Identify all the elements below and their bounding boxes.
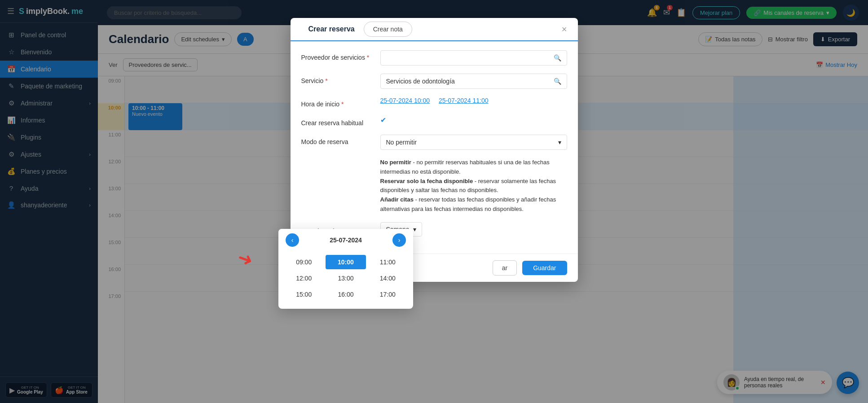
servicio-input[interactable]: Servicios de odontología 🔍 <box>380 74 567 89</box>
required-indicator-2: * <box>325 77 327 84</box>
reserva-habitual-checkbox[interactable]: ✔ <box>380 116 386 124</box>
checkmark-icon: ✔ <box>380 116 386 124</box>
time-option-0900[interactable]: 09:00 <box>284 255 324 269</box>
search-icon: 🔍 <box>554 54 561 61</box>
modal-body: Proveedor de servicios * 🔍 Servicio * Se… <box>291 41 578 254</box>
time-option-1300[interactable]: 13:00 <box>326 271 366 285</box>
hora-fin-link[interactable]: 25-07-2024 11:00 <box>439 97 489 104</box>
hora-inicio-link[interactable]: 25-07-2024 10:00 <box>380 97 430 104</box>
modal-tabs: Crear reserva Crear nota × <box>291 18 578 41</box>
modal-close-button[interactable]: × <box>560 24 569 35</box>
required-indicator-3: * <box>341 101 344 108</box>
modal-overlay[interactable]: Crear reserva Crear nota × Proveedor de … <box>0 0 868 403</box>
modo-reserva-label: Modo de reserva <box>301 135 373 145</box>
hora-inicio-label: Hora de inicio * <box>301 97 373 108</box>
proveedor-label: Proveedor de servicios * <box>301 50 373 61</box>
tab-crear-nota[interactable]: Crear nota <box>364 22 412 37</box>
time-picker-date: 25-07-2024 <box>330 237 362 244</box>
time-option-1000[interactable]: 10:00 <box>326 255 366 269</box>
reserva-habitual-label: Crear reserva habitual <box>301 116 373 127</box>
cancel-button[interactable]: ar <box>493 260 517 276</box>
time-picker-prev-button[interactable]: ‹ <box>286 233 299 247</box>
modo-reserva-select[interactable]: No permitir ▾ <box>380 135 567 150</box>
time-option-1500[interactable]: 15:00 <box>284 287 324 302</box>
reserva-habitual-row: Crear reserva habitual ✔ <box>301 116 567 127</box>
modo-reserva-row: Modo de reserva No permitir ▾ <box>301 135 567 150</box>
time-option-1700[interactable]: 17:00 <box>368 287 408 302</box>
time-picker-next-button[interactable]: › <box>392 233 406 247</box>
time-links: 25-07-2024 10:00 25-07-2024 11:00 <box>380 97 489 104</box>
required-indicator: * <box>367 54 369 61</box>
info-text-row: No permitir - no permitir reservas habit… <box>301 158 567 214</box>
time-option-1200[interactable]: 12:00 <box>284 271 324 285</box>
tab-crear-reserva[interactable]: Crear reserva <box>300 18 364 41</box>
time-picker-grid: 09:00 10:00 11:00 12:00 13:00 14:00 15:0… <box>278 251 413 305</box>
time-option-1400[interactable]: 14:00 <box>368 271 408 285</box>
time-option-1100[interactable]: 11:00 <box>368 255 408 269</box>
time-option-1600[interactable]: 16:00 <box>326 287 366 302</box>
search-icon-2: 🔍 <box>554 78 561 85</box>
hora-inicio-row: Hora de inicio * 25-07-2024 10:00 25-07-… <box>301 97 567 108</box>
proveedor-input[interactable]: 🔍 <box>380 50 567 66</box>
proveedor-row: Proveedor de servicios * 🔍 <box>301 50 567 66</box>
servicio-label: Servicio * <box>301 74 373 84</box>
time-picker: ‹ 25-07-2024 › 09:00 10:00 11:00 12:00 1… <box>278 229 413 309</box>
time-picker-header: ‹ 25-07-2024 › <box>278 229 413 251</box>
chevron-down-icon-3: ▾ <box>558 139 561 146</box>
save-button[interactable]: Guardar <box>522 261 567 275</box>
chevron-down-icon-4: ▾ <box>413 226 416 233</box>
servicio-row: Servicio * Servicios de odontología 🔍 <box>301 74 567 89</box>
info-text: No permitir - no permitir reservas habit… <box>380 158 567 214</box>
